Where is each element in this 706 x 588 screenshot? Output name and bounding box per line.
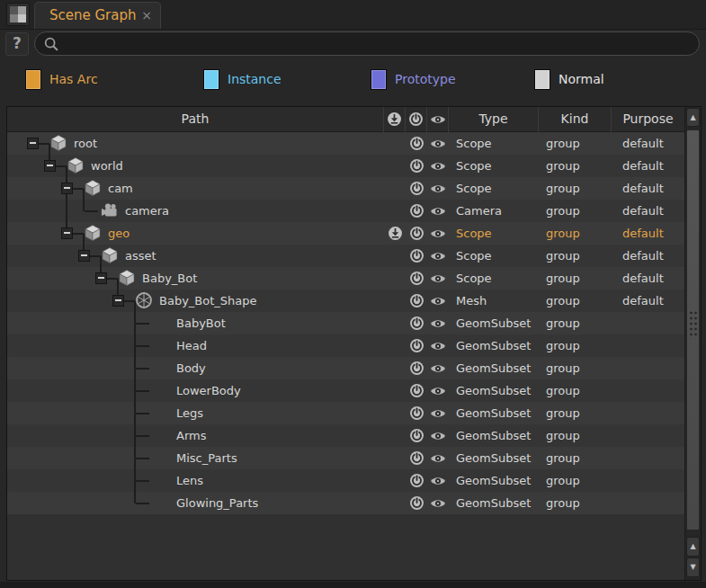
scrollbar-thumb[interactable] xyxy=(686,129,700,530)
visibility-icon[interactable] xyxy=(427,155,449,177)
visibility-icon[interactable] xyxy=(427,402,449,424)
table-row[interactable]: geo Scope group default xyxy=(7,222,684,245)
visibility-icon[interactable] xyxy=(427,379,449,402)
prim-name[interactable]: Glowing_Parts xyxy=(176,492,258,514)
prim-name[interactable]: LowerBody xyxy=(176,379,241,402)
activation-icon[interactable] xyxy=(406,177,427,200)
activation-icon[interactable] xyxy=(406,334,427,357)
vertical-scrollbar[interactable]: ▲ ▲ ▼ xyxy=(684,107,701,580)
activation-icon[interactable] xyxy=(406,402,427,424)
activation-icon[interactable] xyxy=(406,447,427,469)
activation-icon[interactable] xyxy=(406,245,427,267)
visibility-icon[interactable] xyxy=(427,267,449,290)
header-purpose[interactable]: Purpose xyxy=(612,107,684,132)
activation-icon[interactable] xyxy=(406,357,427,379)
prim-name[interactable]: asset xyxy=(125,245,156,267)
search-box[interactable] xyxy=(34,31,700,56)
activation-icon[interactable] xyxy=(406,222,427,245)
table-row[interactable]: LowerBody GeomSubset group xyxy=(7,379,684,402)
prim-name[interactable]: root xyxy=(74,132,97,155)
prim-name[interactable]: Lens xyxy=(176,469,203,492)
activation-icon[interactable] xyxy=(406,379,427,402)
visibility-icon[interactable] xyxy=(427,177,449,200)
prim-name[interactable]: Misc_Parts xyxy=(176,447,237,469)
expander-collapse[interactable] xyxy=(95,272,107,284)
search-input[interactable] xyxy=(64,34,688,55)
help-button[interactable]: ? xyxy=(5,32,29,56)
visibility-icon[interactable] xyxy=(427,424,449,447)
expander-collapse[interactable] xyxy=(78,250,90,262)
table-row[interactable]: Legs GeomSubset group xyxy=(7,402,684,424)
table-row[interactable]: world Scope group default xyxy=(7,155,684,177)
visibility-icon[interactable] xyxy=(427,200,449,222)
prim-name[interactable]: camera xyxy=(125,200,169,222)
table-row[interactable]: Head GeomSubset group xyxy=(7,334,684,357)
cube-icon xyxy=(84,179,102,197)
header-activation-icon[interactable] xyxy=(406,107,427,132)
expander-collapse[interactable] xyxy=(61,183,73,194)
horizontal-scrollbar[interactable] xyxy=(0,582,706,588)
header-kind[interactable]: Kind xyxy=(539,107,612,132)
activation-icon[interactable] xyxy=(406,200,427,222)
table-row[interactable]: cam Scope group default xyxy=(7,177,684,200)
activation-icon[interactable] xyxy=(406,132,427,155)
table-row[interactable]: Baby_Bot_Shape Mesh group default xyxy=(7,290,684,312)
activation-icon[interactable] xyxy=(406,155,427,177)
visibility-icon[interactable] xyxy=(427,334,449,357)
activation-icon[interactable] xyxy=(406,424,427,447)
activation-icon[interactable] xyxy=(406,492,427,514)
table-row[interactable]: camera Camera group default xyxy=(7,200,684,222)
visibility-icon[interactable] xyxy=(427,447,449,469)
prim-name[interactable]: Arms xyxy=(176,424,206,447)
prim-name[interactable]: world xyxy=(91,155,123,177)
expander-collapse[interactable] xyxy=(27,138,39,149)
prim-name[interactable]: BabyBot xyxy=(176,312,226,334)
visibility-icon[interactable] xyxy=(427,357,449,379)
visibility-icon[interactable] xyxy=(427,245,449,267)
tab-close-icon[interactable]: × xyxy=(141,3,152,28)
pane-layout-icon[interactable] xyxy=(6,3,30,26)
prim-name[interactable]: Legs xyxy=(176,402,203,424)
scroll-up-button-bottom[interactable]: ▲ xyxy=(686,537,700,557)
table-row[interactable]: Glowing_Parts GeomSubset group xyxy=(7,492,684,514)
visibility-icon[interactable] xyxy=(427,492,449,514)
prim-name[interactable]: Body xyxy=(176,357,206,379)
load-state-icon[interactable] xyxy=(384,222,406,245)
visibility-icon[interactable] xyxy=(427,469,449,492)
expander-collapse[interactable] xyxy=(61,227,73,239)
prim-name[interactable]: Baby_Bot xyxy=(142,267,197,290)
header-load-icon[interactable] xyxy=(384,107,406,132)
table-row[interactable]: Baby_Bot Scope group default xyxy=(7,267,684,290)
activation-icon[interactable] xyxy=(406,312,427,334)
prim-name[interactable]: Head xyxy=(176,334,207,357)
table-row[interactable]: asset Scope group default xyxy=(7,245,684,267)
tab-scene-graph[interactable]: Scene Graph × xyxy=(34,2,161,29)
visibility-icon[interactable] xyxy=(427,222,449,245)
expander-collapse[interactable] xyxy=(44,160,56,172)
activation-icon[interactable] xyxy=(406,267,427,290)
activation-icon[interactable] xyxy=(406,290,427,312)
header-type[interactable]: Type xyxy=(449,107,539,132)
table-row[interactable]: Body GeomSubset group xyxy=(7,357,684,379)
header-visibility-icon[interactable] xyxy=(427,107,449,132)
scroll-down-button[interactable]: ▼ xyxy=(686,557,700,577)
prim-name[interactable]: Baby_Bot_Shape xyxy=(159,290,257,312)
legend-item: Normal xyxy=(534,68,604,90)
expander-collapse[interactable] xyxy=(112,295,124,307)
prim-name[interactable]: cam xyxy=(108,177,133,200)
activation-icon[interactable] xyxy=(406,469,427,492)
visibility-icon[interactable] xyxy=(427,132,449,155)
legend-swatch xyxy=(25,69,41,90)
table-row[interactable]: BabyBot GeomSubset group xyxy=(7,312,684,334)
table-row[interactable]: Misc_Parts GeomSubset group xyxy=(7,447,684,469)
table-row[interactable]: root Scope group default xyxy=(7,132,684,155)
legend-swatch xyxy=(203,69,219,90)
visibility-icon[interactable] xyxy=(427,290,449,312)
header-path[interactable]: Path xyxy=(7,107,384,132)
table-row[interactable]: Arms GeomSubset group xyxy=(7,424,684,447)
table-row[interactable]: Lens GeomSubset group xyxy=(7,469,684,492)
prim-purpose: default xyxy=(622,267,664,290)
prim-name[interactable]: geo xyxy=(108,222,130,245)
scroll-up-button[interactable]: ▲ xyxy=(686,108,700,127)
visibility-icon[interactable] xyxy=(427,312,449,334)
